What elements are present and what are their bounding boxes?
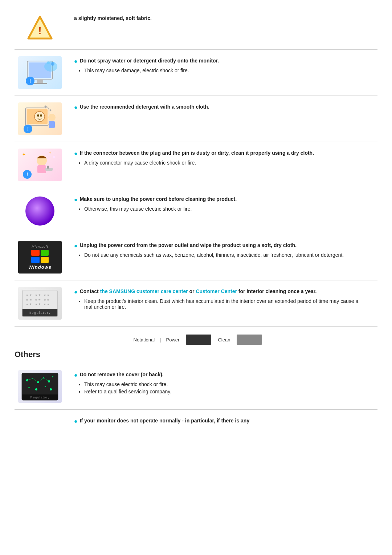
svg-text:★ ★: ★ ★	[26, 303, 32, 306]
no-spray-label: Do not spray water or detergent directly…	[80, 58, 219, 64]
section-soft-cloth: Microsoft Windows ● Unplug the power cor…	[15, 234, 377, 280]
monitor-normal-main: ● If your monitor does not operate norma…	[74, 418, 377, 425]
no-cover-content: ● Do not remove the cover (or back). Thi…	[74, 370, 377, 396]
svg-rect-29	[47, 166, 49, 169]
windows-icon-area: Microsoft Windows	[15, 241, 65, 274]
unplug-icon-area	[15, 195, 65, 227]
svg-point-9	[47, 61, 50, 64]
no-cover-label: Do not remove the cover (or back).	[80, 372, 164, 377]
windows-logo	[31, 250, 49, 263]
bullet-circle-icon-3: ●	[74, 150, 78, 157]
svg-text:★ ★: ★ ★	[35, 293, 41, 297]
section-no-cover: Regulatory ● Do not remove the cover (or…	[15, 364, 377, 410]
customer-center-link[interactable]: Customer Center	[196, 288, 237, 294]
samsung-contact-sub-1: Keep the product's interior clean. Dust …	[84, 298, 377, 310]
svg-rect-27	[37, 165, 46, 173]
nav-thumbnail-dark[interactable]	[186, 335, 211, 345]
svg-text:★ ★: ★ ★	[35, 298, 41, 301]
bullet-circle-icon-8: ●	[74, 418, 78, 425]
unplug-before-sublist: Otherwise, this may cause electric shock…	[84, 206, 377, 212]
samsung-care-link[interactable]: the SAMSUNG customer care center	[100, 288, 188, 294]
fabric-main-text: a slightly moistened, soft fabric.	[74, 15, 377, 21]
connector-label: If the connector between the plug and th…	[80, 150, 314, 156]
samsung-contact-content: ● Contact the SAMSUNG customer care cent…	[74, 287, 377, 311]
monitor-cloth-illustration: ✦ ✦ !	[18, 102, 62, 135]
svg-text:✦: ✦	[44, 104, 48, 110]
nav-notational[interactable]: Notational	[128, 335, 160, 345]
svg-point-18	[34, 112, 45, 122]
svg-point-53	[45, 386, 46, 387]
connector-content: ● If the connector between the plug and …	[74, 149, 377, 167]
no-cover-sublist: This may cause electric shock or fire. R…	[84, 381, 377, 394]
connector-svg: ✦ + + !	[20, 150, 60, 181]
svg-rect-6	[33, 83, 47, 84]
no-spray-icon-area: !	[15, 56, 65, 89]
nav-power[interactable]: Power	[161, 335, 185, 345]
connector-icon-area: ✦ + + !	[15, 149, 65, 181]
samsung-contact-label: Contact the SAMSUNG customer care center…	[80, 288, 317, 294]
bullet-circle-icon-2: ●	[74, 104, 78, 111]
others-heading: Others	[15, 350, 377, 359]
bullet-circle-icon: ●	[74, 58, 78, 65]
svg-text:+: +	[49, 151, 51, 155]
unplug-before-label: Make sure to unplug the power cord befor…	[80, 196, 237, 202]
section-connector: ✦ + + ! ● If the connector between the p…	[15, 142, 377, 188]
section-samsung-contact: ★ ★ ★ ★ ★ ★ ★ ★ ★ ★ ★ ★ ★ ★ ★ ★ ★ ★ Regu…	[15, 280, 377, 327]
monitor-cloth-svg: ✦ ✦ !	[20, 104, 60, 134]
section-warning-fabric: ! a slightly moistened, soft fabric.	[15, 7, 377, 50]
nav-clean[interactable]: Clean	[213, 335, 235, 345]
no-spray-sub-1: This may cause damage, electric shock or…	[84, 68, 377, 73]
no-spray-content: ● Do not spray water or detergent direct…	[74, 56, 377, 75]
svg-point-51	[28, 387, 30, 388]
fabric-text-area: a slightly moistened, soft fabric.	[74, 14, 377, 24]
svg-text:★ ★: ★ ★	[44, 303, 49, 306]
soft-cloth-sub-1: Do not use any chemicals such as wax, be…	[84, 252, 377, 258]
detergent-icon-area: ✦ ✦ !	[15, 102, 65, 135]
svg-text:Regulatory: Regulatory	[30, 396, 50, 399]
svg-rect-17	[49, 121, 55, 128]
warning-triangle-icon: !	[25, 14, 54, 43]
monitor-normal-content: ● If your monitor does not operate norma…	[74, 416, 377, 428]
svg-point-52	[35, 388, 37, 390]
soft-cloth-content: ● Unplug the power cord from the power o…	[74, 241, 377, 259]
svg-text:★ ★: ★ ★	[35, 303, 41, 306]
svg-text:★ ★: ★ ★	[44, 298, 49, 301]
svg-rect-5	[37, 79, 43, 83]
svg-point-54	[50, 388, 52, 390]
svg-text:✦: ✦	[49, 108, 52, 112]
svg-point-20	[40, 114, 42, 117]
svg-text:!: !	[26, 171, 28, 177]
purple-ball	[25, 197, 54, 226]
svg-text:!: !	[38, 25, 41, 36]
no-cover-sub-1: This may cause electric shock or fire.	[84, 381, 377, 387]
section-no-spray: ! ● Do not spray water or detergent dire…	[15, 50, 377, 96]
cover-remove-illustration: Regulatory	[18, 370, 62, 403]
svg-point-19	[37, 114, 39, 117]
connector-sublist: A dirty connector may cause electric sho…	[84, 160, 377, 166]
cover-svg: Regulatory	[20, 371, 60, 402]
warning-icon-area: !	[15, 14, 65, 43]
svg-text:!: !	[29, 78, 31, 84]
detergent-content: ● Use the recommended detergent with a s…	[74, 102, 377, 114]
section-recommended-detergent: ✦ ✦ ! ● Use the recommended detergent wi…	[15, 96, 377, 142]
microsoft-text: Microsoft	[32, 245, 48, 248]
win-quadrant-blue	[31, 257, 40, 263]
bullet-circle-icon-6: ●	[74, 289, 78, 295]
nav-thumbnail-gray[interactable]	[237, 335, 262, 345]
windows-illustration: Microsoft Windows	[18, 241, 62, 274]
no-spray-main: ● Do not spray water or detergent direct…	[74, 58, 377, 65]
svg-point-50	[52, 376, 53, 377]
navigation-bar: Notational | Power Clean	[15, 330, 377, 346]
regulatory-illustration: ★ ★ ★ ★ ★ ★ ★ ★ ★ ★ ★ ★ ★ ★ ★ ★ ★ ★ Regu…	[18, 287, 62, 320]
unplug-before-content: ● Make sure to unplug the power cord bef…	[74, 195, 377, 213]
svg-text:!: !	[27, 126, 29, 132]
bullet-circle-icon-4: ●	[74, 197, 78, 203]
bullet-circle-icon-5: ●	[74, 243, 78, 249]
windows-brand-text: Windows	[28, 264, 52, 270]
samsung-contact-main: ● Contact the SAMSUNG customer care cent…	[74, 288, 377, 295]
no-spray-sublist: This may cause damage, electric shock or…	[84, 68, 377, 73]
win-quadrant-red	[31, 250, 40, 256]
fabric-label: a slightly moistened, soft fabric.	[74, 15, 152, 21]
monitor-spray-svg: !	[20, 57, 60, 88]
regulatory-icon-area: ★ ★ ★ ★ ★ ★ ★ ★ ★ ★ ★ ★ ★ ★ ★ ★ ★ ★ Regu…	[15, 287, 65, 320]
